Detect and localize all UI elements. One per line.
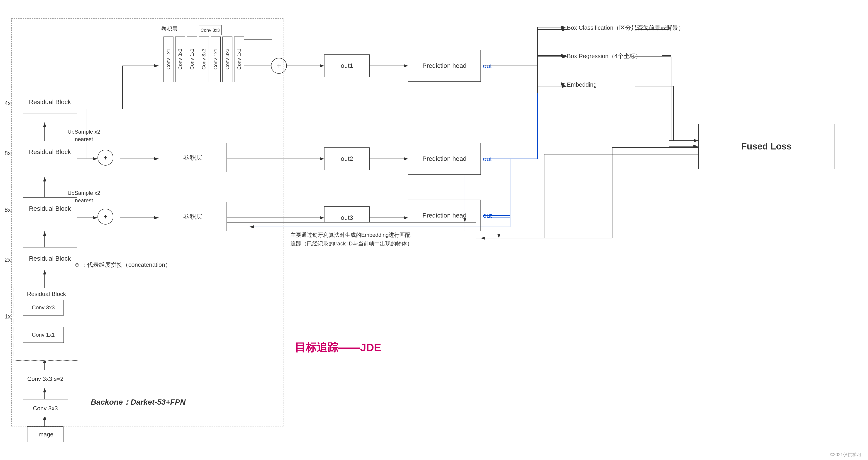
rot-conv1x1-1: Conv 1x1 <box>163 36 174 82</box>
prediction-head-3-label: Prediction head <box>423 212 467 219</box>
out-label-2: out <box>483 155 492 163</box>
rot-conv1x1-2: Conv 1x1 <box>187 36 197 82</box>
rot-conv1x1-3: Conv 1x1 <box>211 36 221 82</box>
fused-loss-label: Fused Loss <box>741 141 792 152</box>
concat-legend: ⊕ ：代表维度拼接（concatenation） <box>75 261 171 269</box>
box-classification-label: Box Classification（区分是否为前景或背景） <box>567 24 684 32</box>
out3-label: out3 <box>341 214 353 221</box>
upsample-2-text: UpSample x2nearest <box>68 190 100 204</box>
backbone-label: Backone：Darket-53+FPN <box>91 397 186 407</box>
label-2x: 2x <box>4 256 11 263</box>
tracking-desc-box: 主要通过匈牙利算法对生成的Embedding进行匹配 追踪（已经记录的track… <box>227 222 476 256</box>
diagram-container: image Conv 3x3 Conv 3x3 s=2 Residual Blo… <box>0 0 868 460</box>
out-label-3: out <box>483 212 492 219</box>
inner-conv1x1-label: Conv 1x1 <box>32 332 55 338</box>
conv3x3-s2-box: Conv 3x3 s=2 <box>23 370 68 388</box>
out2-box: out2 <box>324 148 370 170</box>
residual-block-dashed: Residual Block Conv 3x3 Conv 1x1 <box>13 288 80 361</box>
label-8x-upper: 8x <box>4 150 11 157</box>
image-label: image <box>37 431 54 438</box>
residual-block-4x-label: Residual Block <box>29 98 71 106</box>
inner-conv1x1: Conv 1x1 <box>23 327 64 343</box>
prediction-head-1: Prediction head <box>408 50 481 82</box>
circle-plus-lower: + <box>97 209 113 224</box>
conv3x3-s2-label: Conv 3x3 s=2 <box>27 375 63 382</box>
rot-conv3x3-2: Conv 3x3 <box>199 36 209 82</box>
conv-layer-upper-label: 卷积层 <box>183 153 202 162</box>
prediction-head-2: Prediction head <box>408 143 481 175</box>
residual-block-dashed-label: Residual Block <box>27 290 66 298</box>
conv-layer-lower: 卷积层 <box>159 202 227 232</box>
upsample-label-2: UpSample x2nearest <box>68 181 100 204</box>
out2-label: out2 <box>341 155 353 162</box>
label-4x: 4x <box>4 100 11 107</box>
main-title: 目标追踪——JDE <box>295 340 381 355</box>
prediction-head-2-label: Prediction head <box>423 155 467 162</box>
conv3x3-top-small: Conv 3x3 <box>199 25 221 35</box>
prediction-head-1-label: Prediction head <box>423 62 467 69</box>
rot-conv3x3-3: Conv 3x3 <box>222 36 232 82</box>
fused-loss-box: Fused Loss <box>699 124 834 169</box>
inner-conv3x3: Conv 3x3 <box>23 300 64 315</box>
circle-plus-upper: + <box>97 150 113 165</box>
conv-layer-upper: 卷积层 <box>159 143 227 173</box>
residual-block-8x-upper-label: Residual Block <box>29 148 71 156</box>
conv3x3-bottom-label: Conv 3x3 <box>33 405 58 412</box>
svg-line-69 <box>669 27 698 146</box>
residual-block-2x: Residual Block <box>23 247 77 270</box>
residual-block-4x: Residual Block <box>23 91 77 114</box>
embedding-label: Embedding <box>567 81 597 88</box>
residual-block-8x-lower-label: Residual Block <box>29 205 71 212</box>
residual-block-8x-upper: Residual Block <box>23 141 77 163</box>
out-label-1: out <box>483 62 492 70</box>
tracking-desc-text: 主要通过匈牙利算法对生成的Embedding进行匹配 追踪（已经记录的track… <box>290 231 413 248</box>
rot-conv3x3-1: Conv 3x3 <box>175 36 185 82</box>
upsample-label-1: UpSample x2nearest <box>68 120 100 143</box>
conv-layer-dashed-top: 卷积层 Conv 1x1 Conv 3x3 Conv 1x1 Conv 3x3 … <box>159 23 240 111</box>
out1-label: out1 <box>341 62 353 69</box>
out1-box: out1 <box>324 55 370 77</box>
conv3x3-bottom-box: Conv 3x3 <box>23 399 68 417</box>
copyright-label: ©2021仅供学习 <box>830 452 861 458</box>
conv-layer-lower-label: 卷积层 <box>183 212 202 221</box>
box-regression-label: Box Regression（4个坐标） <box>567 52 641 60</box>
circle-plus-concat-top: + <box>271 58 287 74</box>
image-box: image <box>27 426 63 442</box>
rot-conv1x1-4: Conv 1x1 <box>234 36 244 82</box>
inner-conv3x3-label: Conv 3x3 <box>32 304 55 311</box>
label-8x-lower: 8x <box>4 206 11 213</box>
upsample-1-text: UpSample x2nearest <box>68 129 100 143</box>
conv-layer-dashed-label: 卷积层 <box>161 25 178 32</box>
residual-block-2x-label: Residual Block <box>29 255 71 262</box>
label-1x: 1x <box>4 313 11 320</box>
